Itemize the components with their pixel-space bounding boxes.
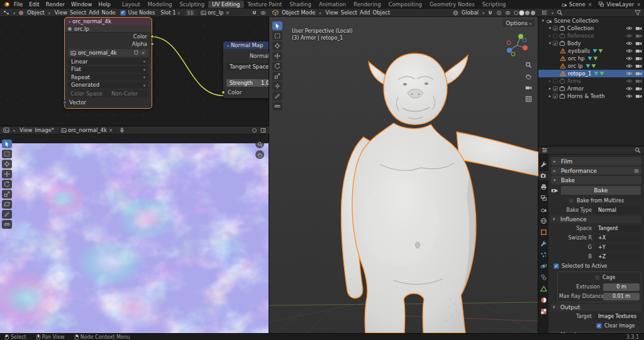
panel-influence[interactable]: ▾Influence bbox=[551, 216, 641, 223]
zoom-icon[interactable] bbox=[255, 140, 264, 148]
viewport-tool-tweak-icon[interactable] bbox=[272, 21, 282, 30]
uv-tool-annotate-icon[interactable] bbox=[2, 210, 12, 219]
color-input-socket[interactable] bbox=[221, 90, 225, 94]
bake-from-multires-checkbox-row[interactable]: Bake from Multires bbox=[551, 197, 641, 205]
workspace-tab-rendering[interactable]: Rendering bbox=[350, 1, 384, 8]
hide-in-viewport-icon[interactable] bbox=[626, 41, 633, 46]
disable-in-render-icon[interactable] bbox=[635, 33, 642, 38]
clear-image-checkbox[interactable] bbox=[596, 323, 602, 329]
snap-magnet-icon[interactable] bbox=[487, 10, 493, 16]
g-dropdown[interactable]: +Y bbox=[595, 244, 641, 251]
disclosure-icon[interactable]: ▸ bbox=[547, 94, 553, 99]
extension-dropdown[interactable]: Repeat▾ bbox=[68, 74, 148, 80]
viewport-tool-scale-icon[interactable] bbox=[272, 72, 282, 80]
disable-in-render-icon[interactable] bbox=[635, 86, 642, 91]
outliner-row-reference[interactable]: ▸Reference bbox=[538, 32, 644, 40]
workspace-tab-layout[interactable]: Layout bbox=[118, 1, 144, 8]
vector-input-socket[interactable] bbox=[63, 101, 67, 104]
workspace-tab-texture-paint[interactable]: Texture Paint bbox=[244, 1, 286, 8]
cage-checkbox[interactable] bbox=[594, 275, 600, 280]
shading-material-icon[interactable] bbox=[525, 11, 530, 15]
slot-dropdown[interactable]: Slot 1▾ bbox=[158, 9, 182, 16]
options-dropdown[interactable]: Options ▾ bbox=[502, 19, 535, 27]
sidebar-toggle-icon[interactable] bbox=[260, 128, 266, 133]
panel-bake[interactable]: ▾Bake bbox=[551, 176, 641, 184]
outliner-row-scene-collection[interactable]: ▾Scene Collection bbox=[538, 17, 644, 25]
outliner-row-collection[interactable]: ▾Collection bbox=[538, 25, 644, 32]
uv-tool-rotate-icon[interactable] bbox=[2, 180, 12, 189]
b-dropdown[interactable]: +Z bbox=[595, 253, 641, 261]
disable-in-render-icon[interactable] bbox=[635, 71, 642, 76]
workspace-tab-compositing[interactable]: Compositing bbox=[385, 1, 426, 8]
viewport-tool-rotate-icon[interactable] bbox=[272, 62, 282, 70]
node-header[interactable]: ▾ Normal Map bbox=[223, 41, 269, 49]
viewlayer-selector[interactable]: ViewLayer × bbox=[598, 1, 641, 8]
orc-model[interactable] bbox=[269, 9, 538, 333]
image-selector[interactable]: orc_normal_4k × bbox=[68, 49, 148, 57]
disclosure-icon[interactable]: ▸ bbox=[547, 79, 553, 84]
orientation-dropdown[interactable]: Global bbox=[462, 9, 479, 16]
properties-tab-world[interactable] bbox=[538, 216, 548, 226]
node-menu-view[interactable]: View bbox=[53, 9, 69, 16]
properties-tab-material[interactable] bbox=[538, 295, 548, 305]
uv-tool-shear-icon[interactable] bbox=[2, 200, 12, 209]
properties-tab-texture[interactable] bbox=[538, 307, 548, 316]
backdrop-node-header[interactable]: orc.lp bbox=[65, 25, 152, 33]
properties-tab-view-layer[interactable] bbox=[538, 194, 548, 203]
menu-file[interactable]: File bbox=[11, 1, 26, 8]
node-header[interactable]: ▾ orc_normal_4k bbox=[65, 18, 152, 25]
viewport-tool-move-icon[interactable] bbox=[272, 52, 282, 60]
uv-tool-scale-icon[interactable] bbox=[2, 190, 12, 199]
navigation-gizmo[interactable] bbox=[503, 31, 531, 59]
viewport-menu-select[interactable]: Select bbox=[340, 9, 358, 16]
hide-in-viewport-icon[interactable] bbox=[626, 86, 633, 91]
node-menu-add[interactable]: Add bbox=[87, 9, 100, 16]
orc-silhouette[interactable] bbox=[341, 53, 538, 333]
collapse-caret-icon[interactable]: ▾ bbox=[227, 43, 229, 48]
properties-tab-tool[interactable] bbox=[538, 160, 548, 169]
fake-user-icon[interactable] bbox=[134, 50, 138, 55]
scene-selector[interactable]: Scene × bbox=[561, 1, 593, 8]
viewport-menu-add[interactable]: Add bbox=[358, 9, 371, 16]
hide-in-viewport-icon[interactable] bbox=[626, 56, 633, 61]
viewport-menu-object[interactable]: Object bbox=[371, 9, 391, 16]
properties-tab-physics[interactable] bbox=[538, 261, 548, 271]
workspace-tab-scripting[interactable]: Scripting bbox=[479, 1, 510, 8]
ortho-grid-icon[interactable] bbox=[525, 96, 532, 102]
projection-dropdown[interactable]: Flat▾ bbox=[68, 66, 148, 73]
hide-in-viewport-icon[interactable] bbox=[626, 33, 633, 38]
gizmo-z-axis[interactable] bbox=[507, 48, 512, 53]
source-dropdown[interactable]: Generated▾ bbox=[68, 82, 148, 89]
uv-tool-select-box-icon[interactable] bbox=[2, 150, 12, 158]
editor-type-icon[interactable] bbox=[541, 147, 548, 153]
menu-edit[interactable]: Edit bbox=[26, 1, 42, 8]
outliner-row-arms[interactable]: ▸Arms bbox=[538, 77, 644, 85]
editor-type-icon[interactable] bbox=[3, 9, 9, 16]
disclosure-icon[interactable]: ▾ bbox=[540, 18, 546, 23]
outliner-row-armor[interactable]: ▸Armor bbox=[538, 85, 644, 92]
disable-in-render-icon[interactable] bbox=[635, 94, 642, 99]
image-unlink-icon[interactable]: × bbox=[225, 10, 231, 16]
uv-canvas[interactable] bbox=[0, 134, 269, 333]
collection-exclude-checkbox[interactable] bbox=[553, 94, 558, 99]
zoom-icon[interactable] bbox=[525, 62, 532, 69]
image-datablock[interactable]: orc_lp × bbox=[198, 9, 233, 16]
uv-tool-measure-icon[interactable] bbox=[2, 220, 12, 229]
cage-checkbox-row[interactable]: Cage bbox=[559, 273, 640, 282]
panel-performance[interactable]: ▸Performance bbox=[551, 167, 641, 175]
properties-tab-scene[interactable] bbox=[538, 205, 548, 214]
normal-map-node[interactable]: ▾ Normal Map Normal Tangent Space Streng… bbox=[223, 41, 269, 98]
panel-film[interactable]: ▸Film bbox=[551, 157, 641, 165]
collection-exclude-checkbox[interactable] bbox=[553, 33, 558, 38]
menu-window[interactable]: Window bbox=[68, 1, 96, 8]
mask-mode-icon[interactable] bbox=[252, 128, 257, 133]
disable-in-render-icon[interactable] bbox=[635, 63, 642, 69]
viewport-tool-cursor-icon[interactable] bbox=[272, 41, 282, 50]
search-icon[interactable] bbox=[557, 9, 563, 16]
bake-button[interactable]: Bake bbox=[560, 185, 641, 195]
color-output-socket[interactable] bbox=[150, 35, 154, 38]
viewport-menu-view[interactable]: View bbox=[325, 9, 340, 16]
extrusion-value[interactable]: 0 m bbox=[603, 283, 640, 291]
shader-type-dropdown[interactable]: Object bbox=[27, 9, 45, 16]
viewport-tool-select-box-icon[interactable] bbox=[272, 31, 282, 40]
